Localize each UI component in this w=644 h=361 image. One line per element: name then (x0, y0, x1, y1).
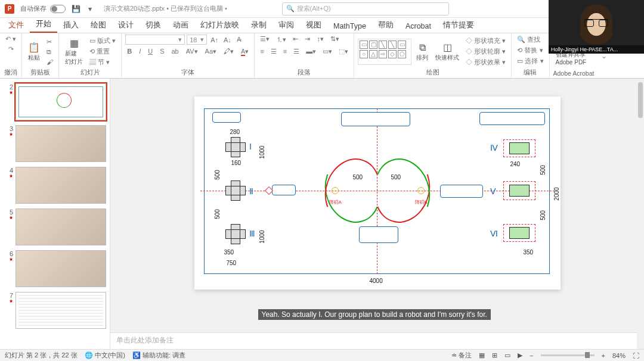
indent-inc-button[interactable]: ⇥ (303, 35, 312, 45)
slide-thumb-6[interactable] (16, 250, 106, 287)
zoom-percent[interactable]: 84% (612, 352, 626, 359)
tab-transitions[interactable]: 切换 (140, 18, 167, 33)
reset-button[interactable]: ⟲ 重置 (88, 46, 117, 57)
copy-button[interactable]: ⧉ (45, 48, 55, 57)
bullets-button[interactable]: ☰▾ (258, 35, 271, 45)
tab-slideshow[interactable]: 幻灯片放映 (194, 18, 245, 33)
thumb-row[interactable]: 5★ (0, 207, 110, 249)
spacing-button[interactable]: AV▾ (184, 47, 200, 56)
text-direction-button[interactable]: ⇅▾ (329, 35, 341, 45)
tab-acrobat[interactable]: Acrobat (400, 20, 437, 33)
layout-button[interactable]: ▭ 版式 ▾ (88, 36, 117, 46)
align-left-button[interactable]: ≡ (258, 47, 265, 56)
reading-view-button[interactable]: ▭ (504, 351, 510, 359)
slide-thumb-2[interactable] (16, 83, 106, 120)
underline-button[interactable]: U (146, 47, 154, 56)
tab-draw[interactable]: 绘图 (85, 18, 112, 33)
participant-name: Holly-Jingyi He-PASE...TA... (549, 45, 644, 54)
slide-thumb-3[interactable] (16, 125, 106, 162)
clear-format-button[interactable]: A̶ (235, 35, 243, 44)
green-block-4 (509, 142, 530, 154)
slide-thumb-5[interactable] (16, 208, 106, 245)
qat-dropdown-icon[interactable]: ▾ (83, 2, 97, 15)
slide-canvas-wrap[interactable]: Ⅰ Ⅱ Ⅲ Ⅳ Ⅴ Ⅵ 障碍A (110, 79, 644, 332)
shape-effects-button[interactable]: ◇ 形状效果 ▾ (464, 57, 507, 67)
section-button[interactable]: ▤ 节 ▾ (88, 57, 117, 67)
arrange-button[interactable]: ⧉排列 (414, 41, 431, 63)
thumb-row[interactable]: 6★ (0, 249, 110, 291)
zoom-in-button[interactable]: + (602, 352, 605, 359)
zoom-out-button[interactable]: − (530, 352, 533, 359)
italic-button[interactable]: I (137, 47, 143, 56)
tab-help[interactable]: 帮助 (372, 18, 400, 33)
font-color-button[interactable]: A▾ (239, 47, 250, 56)
columns-button[interactable]: ▬▾ (304, 47, 318, 56)
cut-button[interactable]: ✂ (45, 38, 55, 46)
tab-mathtype[interactable]: MathType (327, 20, 372, 33)
tab-file[interactable]: 文件 (2, 18, 30, 33)
find-button[interactable]: 🔍 查找 (515, 35, 542, 45)
thumb-row[interactable]: 3★ (0, 124, 110, 166)
indent-dec-button[interactable]: ⇤ (291, 35, 300, 45)
video-call-overlay[interactable]: Holly-Jingyi He-PASE...TA... (549, 0, 644, 54)
scrollbar-thumb[interactable] (638, 82, 643, 118)
shape-outline-button[interactable]: ◇ 形状轮廓 ▾ (464, 46, 507, 57)
select-button[interactable]: ▭ 选择 ▾ (515, 56, 545, 66)
font-size-select[interactable]: 18▾ (187, 35, 207, 45)
case-button[interactable]: Aa▾ (203, 47, 218, 56)
tab-home[interactable]: 开始 (30, 17, 57, 33)
redo-button[interactable]: ↷ (7, 45, 16, 54)
tab-storyboard[interactable]: 情节提要 (437, 18, 480, 33)
smartart-button[interactable]: ⬚▾ (337, 47, 350, 56)
strike-button[interactable]: S (158, 47, 166, 56)
shadow-button[interactable]: ab (170, 47, 181, 56)
slide-thumb-7[interactable] (16, 292, 106, 329)
replace-button[interactable]: ⟲ 替换 ▾ (515, 45, 544, 55)
thumb-row[interactable]: 7★ (0, 291, 110, 332)
tab-insert[interactable]: 插入 (57, 18, 85, 33)
notes-pane[interactable]: 单击此处添加备注 (110, 332, 644, 349)
grow-font-button[interactable]: A↑ (209, 36, 220, 44)
slide-canvas[interactable]: Ⅰ Ⅱ Ⅲ Ⅳ Ⅴ Ⅵ 障碍A (194, 97, 561, 290)
format-painter-button[interactable]: 🖌 (45, 58, 55, 66)
tab-animations[interactable]: 动画 (167, 18, 194, 33)
fit-to-window-button[interactable]: ⛶ (633, 352, 639, 359)
new-slide-button[interactable]: ▦ 新建 幻灯片 (63, 36, 85, 67)
slideshow-view-button[interactable]: ▶ (518, 351, 522, 359)
shape-fill-button[interactable]: ◇ 形状填充 ▾ (464, 36, 507, 46)
language-indicator[interactable]: 🌐 中文(中国) (85, 351, 125, 360)
notes-toggle[interactable]: ≐ 备注 (451, 351, 472, 360)
vertical-scrollbar[interactable] (637, 79, 644, 332)
numbering-button[interactable]: ⒈▾ (274, 35, 288, 45)
autosave-toggle[interactable] (50, 5, 66, 13)
justify-button[interactable]: ☰ (292, 47, 301, 56)
font-family-select[interactable]: ▾ (125, 35, 185, 45)
bold-button[interactable]: B (125, 47, 134, 56)
tab-record[interactable]: 录制 (245, 18, 273, 33)
accessibility-checker[interactable]: ♿ 辅助功能: 调查 (132, 351, 185, 360)
shapes-gallery[interactable]: ▭▢╲╲▭ ○△⇨◇⬠ (358, 39, 411, 65)
zoom-slider[interactable] (541, 354, 595, 356)
normal-view-button[interactable]: ▦ (479, 351, 485, 359)
slide-thumb-4[interactable] (16, 167, 106, 204)
tab-review[interactable]: 审阅 (273, 18, 300, 33)
tab-design[interactable]: 设计 (112, 18, 140, 33)
undo-button[interactable]: ↶ ▾ (4, 35, 18, 43)
thumb-row[interactable]: 2★ (0, 82, 110, 124)
align-text-button[interactable]: ▭▾ (321, 47, 334, 56)
sorter-view-button[interactable]: ⊞ (492, 351, 497, 359)
align-right-button[interactable]: ≡ (281, 47, 289, 56)
paste-button[interactable]: 📋 粘贴 (26, 41, 42, 63)
save-icon[interactable]: 💾 (69, 2, 82, 15)
quick-styles-button[interactable]: ◫快速样式 (433, 41, 462, 63)
search-input[interactable]: 🔍 搜索(Alt+Q) (282, 2, 449, 15)
slide-thumbnails-panel[interactable]: 2★ 3★ 4★ 5★ 6★ (0, 79, 110, 349)
highlight-button[interactable]: 🖍▾ (222, 47, 236, 56)
shrink-font-button[interactable]: A↓ (222, 36, 233, 44)
group-undo: ↶ ▾ ↷ 撤消 (0, 33, 22, 78)
align-center-button[interactable]: ☰ (269, 47, 278, 56)
zoom-slider-knob[interactable] (585, 352, 590, 358)
tab-view[interactable]: 视图 (300, 18, 327, 33)
line-spacing-button[interactable]: ↕▾ (315, 35, 326, 45)
thumb-row[interactable]: 4★ (0, 166, 110, 207)
